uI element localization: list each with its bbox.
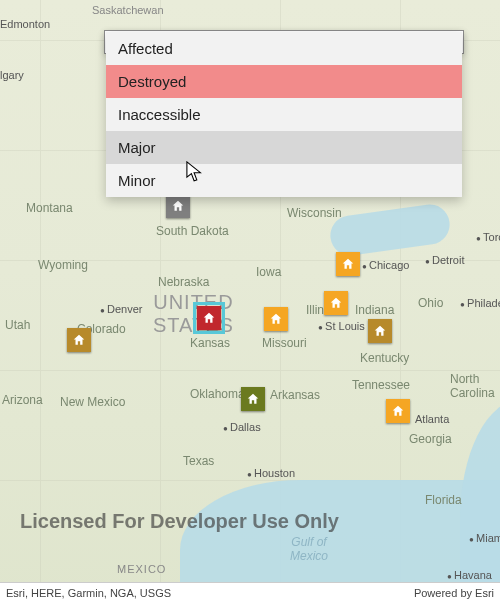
house-icon — [329, 296, 343, 310]
map-canvas[interactable]: Saskatchewan Edmonton lgary Montana Wyom… — [0, 0, 500, 602]
label-chicago: Chicago — [362, 259, 409, 271]
dropdown-option-destroyed[interactable]: Destroyed — [106, 65, 462, 98]
marker-orange-4[interactable] — [386, 399, 410, 423]
label-nebraska: Nebraska — [158, 275, 209, 289]
label-kansas: Kansas — [190, 336, 230, 350]
label-denver: Denver — [100, 303, 143, 315]
label-toronto: Toro — [476, 231, 500, 243]
dropdown-option-inaccessible[interactable]: Inaccessible — [106, 98, 462, 131]
label-indiana: Indiana — [355, 303, 394, 317]
label-wyoming: Wyoming — [38, 258, 88, 272]
damage-dropdown[interactable]: AffectedDestroyedInaccessibleMajorMinor — [106, 32, 462, 197]
marker-orange-2[interactable] — [324, 291, 348, 315]
house-icon — [341, 257, 355, 271]
dropdown-option-minor[interactable]: Minor — [106, 164, 462, 197]
marker-brown-1[interactable] — [67, 328, 91, 352]
label-ohio: Ohio — [418, 296, 443, 310]
water-atlantic — [460, 400, 500, 590]
label-missouri: Missouri — [262, 336, 307, 350]
house-icon — [391, 404, 405, 418]
dropdown-option-affected[interactable]: Affected — [106, 32, 462, 65]
marker-orange-3[interactable] — [336, 252, 360, 276]
house-icon — [373, 324, 387, 338]
attribution-bar: Esri, HERE, Garmin, NGA, USGS Powered by… — [0, 582, 500, 602]
attribution-right[interactable]: Powered by Esri — [414, 587, 494, 599]
house-icon — [72, 333, 86, 347]
label-wisconsin: Wisconsin — [287, 206, 342, 220]
house-icon — [202, 311, 216, 325]
label-stlouis: St Louis — [318, 320, 365, 332]
label-utah: Utah — [5, 318, 30, 332]
label-dallas: Dallas — [223, 421, 261, 433]
marker-olive[interactable] — [241, 387, 265, 411]
label-arizona: Arizona — [2, 393, 43, 407]
label-georgia: Georgia — [409, 432, 452, 446]
label-saskatchewan: Saskatchewan — [92, 4, 164, 16]
label-iowa: Iowa — [256, 265, 281, 279]
label-montana: Montana — [26, 201, 73, 215]
label-houston: Houston — [247, 467, 295, 479]
house-icon — [246, 392, 260, 406]
label-texas: Texas — [183, 454, 214, 468]
label-oklahoma: Oklahoma — [190, 387, 245, 401]
label-ncarolina: North Carolina — [450, 372, 495, 400]
label-calgary: lgary — [0, 69, 24, 81]
label-southdakota: South Dakota — [156, 224, 229, 238]
dropdown-option-major[interactable]: Major — [106, 131, 462, 164]
label-tennessee: Tennessee — [352, 378, 410, 392]
marker-orange-1[interactable] — [264, 307, 288, 331]
attribution-left: Esri, HERE, Garmin, NGA, USGS — [6, 587, 171, 599]
label-atlanta: Atlanta — [415, 413, 449, 425]
marker-brown-2[interactable] — [368, 319, 392, 343]
label-newmexico: New Mexico — [60, 395, 125, 409]
house-icon — [171, 199, 185, 213]
label-detroit: Detroit — [425, 254, 464, 266]
label-arkansas: Arkansas — [270, 388, 320, 402]
label-edmonton: Edmonton — [0, 18, 50, 30]
label-country: UNITED STATES — [153, 291, 234, 337]
label-kentucky: Kentucky — [360, 351, 409, 365]
marker-red[interactable] — [197, 306, 221, 330]
label-philadelphia: Philadel — [460, 297, 500, 309]
water-great-lakes — [328, 202, 452, 258]
water-gulf — [180, 480, 500, 590]
marker-gray[interactable] — [166, 194, 190, 218]
house-icon — [269, 312, 283, 326]
label-mexico: MEXICO — [117, 563, 166, 575]
